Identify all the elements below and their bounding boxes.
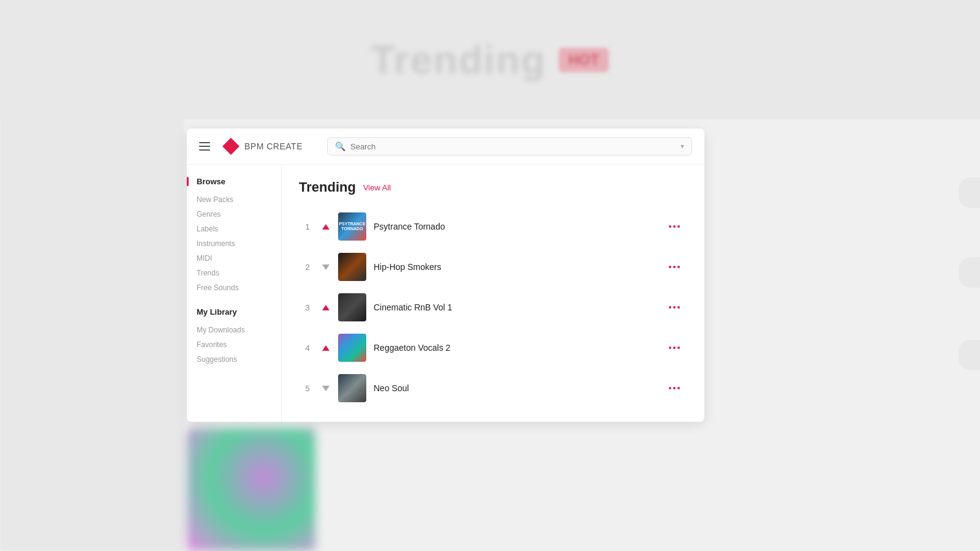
track-more-button[interactable] xyxy=(664,223,685,230)
main-content: Trending View All 1 PSYTRANCE TORNADO Ps… xyxy=(282,165,704,422)
track-thumbnail: PSYTRANCE TORNADO xyxy=(338,212,366,241)
track-name: Cinematic RnB Vol 1 xyxy=(374,302,657,312)
logo: BPM CREATE xyxy=(222,138,303,155)
track-rank: 2 xyxy=(301,263,314,272)
track-thumbnail xyxy=(338,374,366,402)
table-row[interactable]: 1 PSYTRANCE TORNADO Psytrance Tornado xyxy=(299,208,687,246)
trending-title: Trending xyxy=(299,179,356,195)
track-thumbnail xyxy=(338,293,366,321)
sidebar-item-suggestions[interactable]: Suggestions xyxy=(197,352,271,367)
thumb-text: PSYTRANCE TORNADO xyxy=(338,220,366,233)
track-name: Psytrance Tornado xyxy=(374,222,657,231)
main-panel: BPM CREATE 🔍 ▾ Browse New Packs Genres L… xyxy=(187,129,704,422)
track-more-button[interactable] xyxy=(664,304,685,311)
track-rank: 1 xyxy=(301,222,314,231)
header-blur-area: Trending HOT xyxy=(0,0,980,119)
trend-icon-up xyxy=(321,224,331,230)
sidebar-item-trends[interactable]: Trends xyxy=(197,266,271,280)
table-row[interactable]: 3 Cinematic RnB Vol 1 xyxy=(299,288,687,326)
track-more-button[interactable] xyxy=(664,384,685,392)
view-all-link[interactable]: View All xyxy=(363,183,391,192)
sidebar-item-free-sounds[interactable]: Free Sounds xyxy=(197,280,271,295)
side-pill-1[interactable] xyxy=(959,178,980,208)
trend-icon-down xyxy=(321,386,331,391)
side-pill-3[interactable] xyxy=(959,340,980,370)
search-chevron-icon: ▾ xyxy=(680,142,684,151)
table-row[interactable]: 5 Neo Soul xyxy=(299,369,687,407)
track-list: 1 PSYTRANCE TORNADO Psytrance Tornado 2 xyxy=(299,208,687,407)
track-name: Reggaeton Vocals 2 xyxy=(374,343,657,353)
search-input[interactable] xyxy=(350,142,680,151)
logo-create: CREATE xyxy=(266,141,303,151)
sidebar-library-section: My Library My Downloads Favorites Sugges… xyxy=(197,307,271,367)
track-rank: 5 xyxy=(301,384,314,393)
sidebar-item-favorites[interactable]: Favorites xyxy=(197,337,271,352)
search-bar[interactable]: 🔍 ▾ xyxy=(327,137,692,156)
trending-header: Trending View All xyxy=(299,179,687,195)
sidebar-item-genres[interactable]: Genres xyxy=(197,207,271,222)
sidebar-item-instruments[interactable]: Instruments xyxy=(197,236,271,251)
track-more-button[interactable] xyxy=(664,263,685,271)
track-more-button[interactable] xyxy=(664,344,685,351)
track-rank: 3 xyxy=(301,303,314,312)
table-row[interactable]: 4 Reggaeton Vocals 2 xyxy=(299,329,687,367)
sidebar-browse-section: Browse New Packs Genres Labels Instrumen… xyxy=(197,177,271,295)
header-blur-title: Trending xyxy=(371,37,546,83)
sidebar-item-new-packs[interactable]: New Packs xyxy=(197,192,271,207)
sidebar-browse-label: Browse xyxy=(197,177,271,186)
bottom-album-art xyxy=(187,429,315,551)
logo-text: BPM CREATE xyxy=(244,141,303,151)
sidebar-item-my-downloads[interactable]: My Downloads xyxy=(197,323,271,337)
sidebar-item-labels[interactable]: Labels xyxy=(197,222,271,236)
track-name: Hip-Hop Smokers xyxy=(374,262,657,272)
track-thumbnail xyxy=(338,253,366,281)
body-layout: Browse New Packs Genres Labels Instrumen… xyxy=(187,165,704,422)
track-name: Neo Soul xyxy=(374,383,657,393)
sidebar: Browse New Packs Genres Labels Instrumen… xyxy=(187,165,282,422)
trend-icon-down xyxy=(321,264,331,270)
topbar: BPM CREATE 🔍 ▾ xyxy=(187,129,704,165)
menu-button[interactable] xyxy=(199,142,210,151)
table-row[interactable]: 2 Hip-Hop Smokers xyxy=(299,248,687,286)
trend-icon-up xyxy=(321,345,331,351)
header-blur-badge: HOT xyxy=(559,48,609,72)
logo-diamond xyxy=(222,138,239,155)
side-pill-2[interactable] xyxy=(959,257,980,288)
logo-bpm: BPM xyxy=(244,141,264,151)
track-thumbnail xyxy=(338,334,366,362)
track-rank: 4 xyxy=(301,343,314,353)
sidebar-item-midi[interactable]: MIDI xyxy=(197,251,271,266)
search-icon: 🔍 xyxy=(335,141,345,151)
trend-icon-up xyxy=(321,305,331,310)
sidebar-library-label: My Library xyxy=(197,307,271,317)
